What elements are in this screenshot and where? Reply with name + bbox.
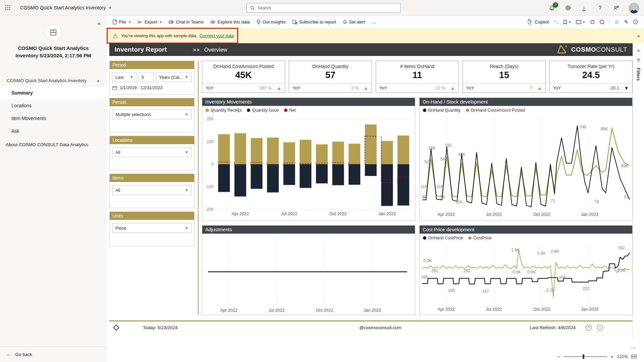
undo-icon[interactable]: [553, 20, 558, 24]
report-canvas: « Filters Inventory Report >> Overview C…: [107, 43, 644, 362]
svg-text:Apr 2022: Apr 2022: [220, 308, 237, 313]
help-icon[interactable]: ?: [596, 4, 604, 12]
legend-item[interactable]: Quantity Issue: [247, 108, 279, 113]
kpi-card-items-onhand[interactable]: # Items OnHand 11 YoY 22 % ▲: [376, 61, 459, 93]
search-input[interactable]: [257, 5, 397, 10]
download-icon[interactable]: ↓: [580, 4, 588, 12]
chat-in-teams-button[interactable]: Chat in Teams: [166, 18, 206, 26]
subscribe-button[interactable]: Subscribe to report: [290, 18, 339, 26]
zoom-slider-handle[interactable]: [583, 354, 584, 359]
report-page-name: Overview: [204, 47, 227, 53]
svg-text:0: 0: [211, 162, 214, 167]
legend-item[interactable]: OnHand Quantity: [423, 108, 461, 113]
period-dropdown[interactable]: Multiple selections▼: [112, 109, 192, 119]
onhand-stock-panel[interactable]: On-Hand / Stock development OnHand Quant…: [419, 98, 633, 221]
legend-item[interactable]: OnHand CostPrice: [423, 236, 463, 240]
file-menu-button[interactable]: File ▼: [110, 18, 134, 26]
svg-text:100: 100: [207, 139, 214, 144]
copilot-button[interactable]: Copilot: [527, 19, 549, 25]
feedback-icon[interactable]: [612, 4, 620, 12]
get-insights-button[interactable]: Get insights: [254, 18, 288, 26]
items-dropdown[interactable]: All▼: [112, 185, 192, 195]
cost-price-chart: Apr 2022Jul 2022Oct 2022Jan 20230.3K1962…: [420, 240, 632, 315]
banner-close-icon[interactable]: ×: [637, 33, 640, 39]
toolbar-divider: [609, 19, 609, 25]
chevron-up-icon: ▲: [97, 79, 100, 82]
set-alert-button[interactable]: Set alert: [340, 18, 368, 26]
fit-screen-icon[interactable]: [631, 354, 637, 359]
relative-number-input[interactable]: 5: [139, 72, 154, 82]
items-slicer: Items All▼: [109, 174, 195, 208]
go-back-button[interactable]: ← Go back: [0, 347, 107, 362]
comments-icon[interactable]: [599, 20, 604, 24]
svg-text:11K: 11K: [436, 184, 443, 189]
global-search[interactable]: [247, 3, 401, 13]
kpi-card-reach-days[interactable]: Reach (Days) 15 YoY 7 ▲: [463, 61, 546, 93]
zoom-in-button[interactable]: +: [610, 354, 613, 359]
filters-pane-label[interactable]: Filters: [636, 68, 641, 81]
search-icon: [250, 6, 255, 10]
notification-count-badge: 2: [553, 2, 558, 8]
bookmark-menu-icon[interactable]: ▼: [563, 20, 571, 24]
footer-help-icon[interactable]: ?: [586, 325, 592, 331]
kpi-card-onhand-costamount[interactable]: OnHand CostAmount Posted 45K YoY 307 % ▲: [202, 61, 285, 93]
units-dropdown[interactable]: Piece▼: [112, 223, 192, 233]
svg-text:Oct 2022: Oct 2022: [533, 212, 550, 217]
more-options-button[interactable]: …: [369, 18, 379, 26]
legend-item[interactable]: CostPrice: [468, 236, 491, 240]
legend-item[interactable]: Net: [284, 108, 296, 113]
explore-data-button[interactable]: Explore this data: [208, 18, 253, 26]
svg-text:57: 57: [624, 195, 629, 199]
locations-dropdown[interactable]: All▼: [112, 147, 192, 157]
onhand-stock-chart: Apr 2022Jul 2022Oct 2022Jan 20235611K188…: [420, 113, 632, 221]
date-range-value: 1/1/2019 - 12/31/2023: [120, 85, 162, 90]
kpi-card-turnover-rate[interactable]: Turnover Rate (per Yr) 24.5 YoY -20.1 ▼: [549, 61, 633, 93]
zoom-slider[interactable]: [564, 356, 607, 357]
workspace-title: COSMO Quick Start Analytics Inventory 5/…: [0, 45, 107, 59]
app-title-menu[interactable]: COSMO Quick Start Analytics Inventory ▼: [20, 5, 112, 10]
relative-mode-dropdown[interactable]: Last▼: [112, 72, 137, 82]
chevron-down-icon: ▼: [108, 6, 112, 10]
relative-unit-dropdown[interactable]: Years (Cal...▼: [156, 72, 192, 82]
cost-price-panel[interactable]: Cost Price development OnHand CostPriceC…: [419, 225, 633, 315]
fit-to-page-icon[interactable]: ⌐¬: [630, 346, 635, 351]
inventory-movements-panel[interactable]: Inventory Movements Quantity ReceiptQuan…: [202, 98, 415, 221]
legend-item[interactable]: Quantity Receipt: [206, 108, 241, 113]
legend-item[interactable]: OnHand CostAmount Posted: [466, 108, 525, 113]
report-action-bar: File ▼ Export ▼ Chat in Teams Explore th…: [107, 16, 644, 28]
nav-group-header[interactable]: COSMO Quick Start Analytics Inventory ▲: [0, 75, 107, 86]
settings-gear-icon[interactable]: [564, 4, 572, 12]
sidebar-item-locations[interactable]: Locations: [0, 99, 107, 112]
back-arrow-icon: ←: [7, 352, 11, 357]
kpi-card-onhand-quantity[interactable]: OnHand Quantity 57 YoY 2 % ▲: [289, 61, 372, 93]
app-launcher-waffle-icon[interactable]: [0, 0, 15, 16]
sidebar-item-item-movements[interactable]: Item Movements: [0, 112, 107, 125]
adjustments-panel[interactable]: Adjustments Apr 2022Jul 2022Oct 2022Jan …: [202, 225, 415, 315]
slicer-title: Period: [110, 61, 194, 69]
rail-collapse-icon[interactable]: «: [637, 47, 640, 53]
report-title-bar: Inventory Report >> Overview COSMOCONSUL…: [109, 43, 633, 56]
refresh-icon[interactable]: [590, 20, 595, 24]
notifications-bell-icon[interactable]: 2: [548, 4, 555, 12]
edit-pencil-icon[interactable]: ✎: [624, 19, 628, 25]
sidebar-item-about[interactable]: About COSMO CONSULT Data Analytics: [0, 138, 107, 151]
sidebar-item-ask[interactable]: Ask: [0, 125, 107, 137]
info-icon[interactable]: [633, 19, 638, 24]
svg-text:Apr 2022: Apr 2022: [437, 212, 454, 217]
user-avatar[interactable]: [629, 3, 639, 13]
zoom-out-button[interactable]: −: [557, 354, 560, 359]
trend-up-icon: ▲: [537, 85, 542, 91]
svg-text:56: 56: [423, 195, 427, 199]
export-menu-button[interactable]: Export ▼: [135, 18, 165, 26]
view-menu-icon[interactable]: ▼: [576, 20, 585, 24]
filter-funnel-icon[interactable]: [636, 58, 641, 62]
alert-bell-icon: [343, 20, 347, 24]
svg-text:Oct 2022: Oct 2022: [329, 212, 346, 216]
connect-your-data-link[interactable]: Connect your data: [200, 34, 234, 38]
legend-dot-icon: [284, 109, 287, 112]
footer-info-icon[interactable]: i: [597, 325, 603, 331]
svg-text:0.3K: 0.3K: [423, 258, 432, 263]
favorite-star-icon[interactable]: ☆: [614, 18, 619, 25]
sidebar-item-summary[interactable]: Summary: [0, 86, 107, 99]
sidebar-collapse-icon[interactable]: «: [98, 20, 101, 26]
